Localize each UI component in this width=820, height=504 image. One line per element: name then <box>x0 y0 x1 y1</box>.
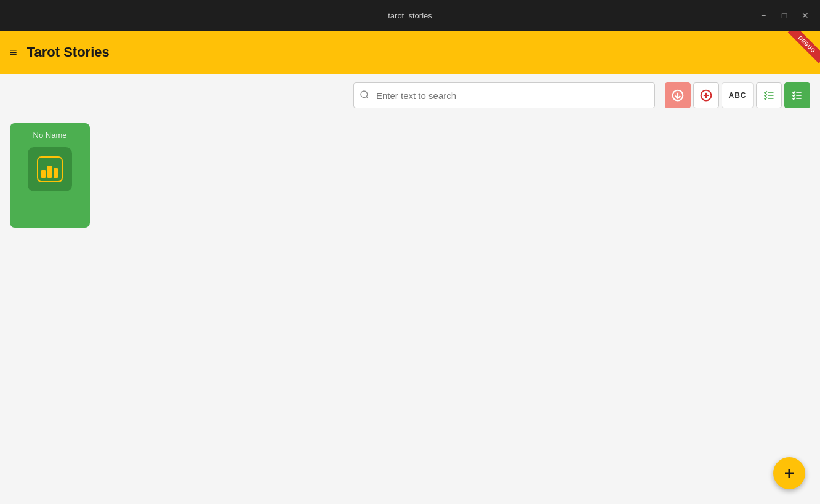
hamburger-icon[interactable]: ≡ <box>10 46 17 60</box>
svg-rect-16 <box>54 168 58 178</box>
window-title: tarot_stories <box>388 11 432 20</box>
debug-badge <box>777 31 820 74</box>
close-button[interactable]: ✕ <box>797 7 814 24</box>
svg-point-0 <box>361 91 368 98</box>
story-card-icon <box>28 147 72 191</box>
toolbar-buttons: ABC <box>665 82 810 108</box>
fab-add-button[interactable] <box>773 457 805 489</box>
svg-rect-14 <box>41 170 46 178</box>
svg-rect-15 <box>47 166 52 178</box>
search-input[interactable] <box>353 82 655 108</box>
story-card-title: No Name <box>33 130 67 140</box>
filter-list-button[interactable] <box>756 82 782 108</box>
search-container <box>353 82 655 108</box>
svg-line-1 <box>366 97 368 98</box>
app-window: ≡ Tarot Stories <box>0 31 820 504</box>
abc-label: ABC <box>729 91 747 100</box>
minimize-button[interactable]: − <box>755 7 772 24</box>
content-area: No Name <box>0 117 820 504</box>
import-button[interactable] <box>665 82 691 108</box>
story-card[interactable]: No Name <box>10 123 90 228</box>
window-controls: − □ ✕ <box>755 7 814 24</box>
maximize-button[interactable]: □ <box>776 7 793 24</box>
app-title: Tarot Stories <box>27 44 110 60</box>
title-bar: tarot_stories − □ ✕ <box>0 0 820 31</box>
search-icon <box>360 90 369 102</box>
text-filter-button[interactable]: ABC <box>722 82 754 108</box>
add-button[interactable] <box>693 82 719 108</box>
app-header: ≡ Tarot Stories <box>0 31 820 74</box>
select-all-button[interactable] <box>784 82 810 108</box>
toolbar: ABC <box>0 74 820 117</box>
